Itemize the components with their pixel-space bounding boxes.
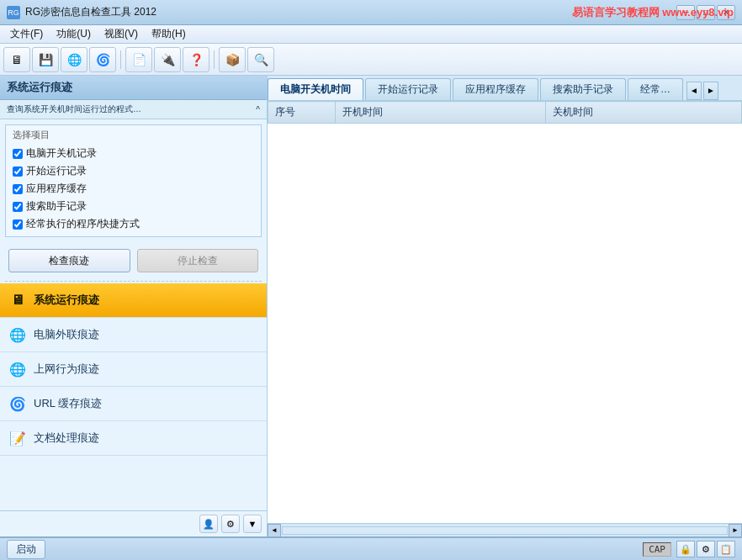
tab-app-cache[interactable]: 应用程序缓存 bbox=[453, 78, 538, 100]
dotted-separator bbox=[5, 281, 262, 282]
menu-function[interactable]: 功能(U) bbox=[50, 25, 98, 43]
status-icon-lock[interactable]: 🔒 bbox=[676, 541, 695, 557]
checkbox-start-record[interactable] bbox=[13, 166, 23, 177]
checkbox-frequent-programs[interactable] bbox=[13, 219, 23, 230]
action-btn-row: 检查痕迹 停止检查 bbox=[0, 242, 267, 279]
nav-item-pc-external[interactable]: 🌐 电脑外联痕迹 bbox=[0, 318, 267, 352]
nav-label-external: 电脑外联痕迹 bbox=[34, 327, 99, 342]
nav-item-internet[interactable]: 🌐 上网行为痕迹 bbox=[0, 352, 267, 387]
watermark: 易语言学习教程网 www.eyy8.vip bbox=[572, 5, 734, 20]
nav-label-doc: 文档处理痕迹 bbox=[34, 431, 99, 446]
table-area[interactable]: 序号 开机时间 关机时间 bbox=[268, 101, 742, 523]
tab-nav-prev[interactable]: ◄ bbox=[686, 82, 702, 100]
main-layout: 系统运行痕迹 查询系统开关机时间运行过的程式… ^ 选择项目 电脑开关机记录 开… bbox=[0, 76, 742, 536]
nav-icon-external: 🌐 bbox=[8, 325, 27, 344]
title-bar: RG RG涉密信息自检查工具 2012 易语言学习教程网 www.eyy8.vi… bbox=[0, 0, 742, 25]
menu-help[interactable]: 帮助(H) bbox=[145, 25, 193, 43]
left-panel-subtitle: 查询系统开关机时间运行过的程式… ^ bbox=[0, 100, 267, 119]
cap-badge: CAP bbox=[643, 542, 671, 557]
check-trace-button[interactable]: 检查痕迹 bbox=[8, 249, 130, 272]
nav-item-url-cache[interactable]: 🌀 URL 缓存痕迹 bbox=[0, 387, 267, 421]
toolbar-btn-doc[interactable]: 📄 bbox=[125, 47, 152, 72]
toolbar-separator-2 bbox=[214, 50, 215, 69]
nav-label-internet: 上网行为痕迹 bbox=[34, 362, 99, 377]
status-bar: 启动 CAP 🔒 ⚙ 📋 bbox=[0, 536, 742, 560]
option-frequent-programs[interactable]: 经常执行的程序/快捷方式 bbox=[13, 215, 254, 233]
subtitle-text: 查询系统开关机时间运行过的程式… bbox=[7, 103, 141, 115]
app-icon: RG bbox=[7, 6, 20, 19]
nav-icon-url: 🌀 bbox=[8, 394, 27, 413]
toolbar-btn-usb[interactable]: 🔌 bbox=[154, 47, 181, 72]
scroll-track[interactable] bbox=[282, 526, 728, 535]
tab-frequent[interactable]: 经常… bbox=[628, 78, 683, 100]
col-header-boot: 开机时间 bbox=[336, 102, 546, 124]
options-group: 选择项目 电脑开关机记录 开始运行记录 应用程序缓存 搜索助手记录 经常执行的程… bbox=[5, 124, 262, 237]
toolbar-btn-package[interactable]: 📦 bbox=[219, 47, 246, 72]
nav-list: 🖥 系统运行痕迹 🌐 电脑外联痕迹 🌐 上网行为痕迹 🌀 URL 缓存痕迹 📝 … bbox=[0, 283, 267, 510]
col-header-seq: 序号 bbox=[268, 102, 336, 124]
nav-item-doc-trace[interactable]: 📝 文档处理痕迹 bbox=[0, 421, 267, 456]
bottom-icon-more[interactable]: ▼ bbox=[243, 515, 262, 533]
status-right-icons: 🔒 ⚙ 📋 bbox=[676, 541, 735, 557]
tab-boot-time[interactable]: 电脑开关机时间 bbox=[268, 78, 363, 100]
left-panel-bottom: 👤 ⚙ ▼ bbox=[0, 510, 267, 536]
option-app-cache[interactable]: 应用程序缓存 bbox=[13, 180, 254, 198]
stop-check-button[interactable]: 停止检查 bbox=[137, 249, 259, 272]
menu-bar: 文件(F) 功能(U) 视图(V) 帮助(H) bbox=[0, 25, 742, 44]
left-panel-title: 系统运行痕迹 bbox=[0, 76, 267, 100]
nav-label-system: 系统运行痕迹 bbox=[34, 293, 99, 308]
scroll-footer: ◄ ► bbox=[268, 523, 742, 536]
status-icon-settings[interactable]: ⚙ bbox=[697, 541, 715, 557]
data-table: 序号 开机时间 关机时间 bbox=[268, 101, 742, 124]
status-icon-clipboard[interactable]: 📋 bbox=[717, 541, 735, 557]
nav-item-system-trace[interactable]: 🖥 系统运行痕迹 bbox=[0, 283, 267, 318]
left-panel: 系统运行痕迹 查询系统开关机时间运行过的程式… ^ 选择项目 电脑开关机记录 开… bbox=[0, 76, 268, 536]
tab-nav-next[interactable]: ► bbox=[703, 82, 718, 100]
toolbar-btn-web[interactable]: 🌐 bbox=[61, 47, 87, 72]
toolbar-btn-help[interactable]: ❓ bbox=[183, 47, 209, 72]
toolbar-btn-save[interactable]: 💾 bbox=[32, 47, 59, 72]
nav-icon-system: 🖥 bbox=[8, 291, 27, 309]
scroll-right-btn[interactable]: ► bbox=[729, 524, 742, 537]
tab-search-assist[interactable]: 搜索助手记录 bbox=[540, 78, 626, 100]
options-group-label: 选择项目 bbox=[13, 129, 254, 141]
status-start-button[interactable]: 启动 bbox=[7, 540, 45, 559]
scroll-left-btn[interactable]: ◄ bbox=[268, 524, 281, 537]
toolbar-btn-screen[interactable]: 🖥 bbox=[3, 47, 30, 72]
option-boot-record[interactable]: 电脑开关机记录 bbox=[13, 145, 254, 162]
toolbar: 🖥 💾 🌐 🌀 📄 🔌 ❓ 📦 🔍 bbox=[0, 44, 742, 76]
tab-start-record[interactable]: 开始运行记录 bbox=[365, 78, 451, 100]
nav-label-url: URL 缓存痕迹 bbox=[34, 396, 102, 411]
menu-file[interactable]: 文件(F) bbox=[3, 25, 50, 43]
toolbar-btn-search[interactable]: 🔍 bbox=[247, 47, 274, 72]
toolbar-separator bbox=[120, 50, 121, 69]
checkbox-app-cache[interactable] bbox=[13, 184, 23, 194]
tab-bar: 电脑开关机时间 开始运行记录 应用程序缓存 搜索助手记录 经常… ◄ ► bbox=[268, 76, 742, 101]
bottom-icon-person[interactable]: 👤 bbox=[199, 515, 218, 533]
option-start-record[interactable]: 开始运行记录 bbox=[13, 162, 254, 180]
nav-icon-doc: 📝 bbox=[8, 429, 27, 447]
col-header-shutdown: 关机时间 bbox=[546, 102, 742, 124]
subtitle-caret: ^ bbox=[256, 105, 260, 114]
checkbox-search-assistant[interactable] bbox=[13, 202, 23, 212]
menu-view[interactable]: 视图(V) bbox=[98, 25, 145, 43]
bottom-icon-settings[interactable]: ⚙ bbox=[221, 515, 240, 533]
option-search-assistant[interactable]: 搜索助手记录 bbox=[13, 198, 254, 215]
right-panel: 电脑开关机时间 开始运行记录 应用程序缓存 搜索助手记录 经常… ◄ ► 序号 … bbox=[268, 76, 742, 536]
checkbox-boot-record[interactable] bbox=[13, 149, 23, 159]
toolbar-btn-refresh[interactable]: 🌀 bbox=[89, 47, 116, 72]
nav-icon-internet: 🌐 bbox=[8, 360, 27, 378]
